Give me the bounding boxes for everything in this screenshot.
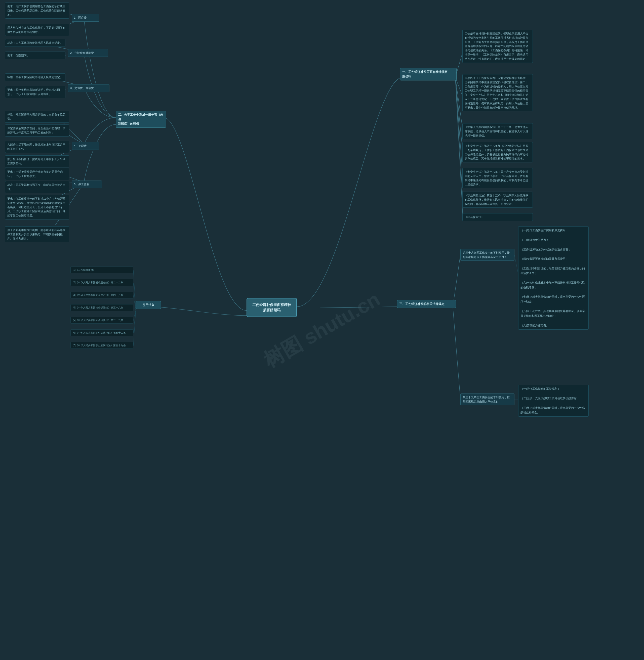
node-stopwork-req2: 要求：停工留薪期一般不超过12个月；伤情严重或者情况特殊，经设区的市级劳动能力鉴… (5, 195, 69, 219)
svg-line-15 (455, 77, 463, 97)
branch-right-bottom: 三、工伤经济补偿的相关法律规定 (397, 300, 456, 308)
node-nursing-fee: 4、护理费 (72, 142, 99, 150)
node-ref7: [7]《中华人民共和国职业病防治法》第五十九条 (70, 342, 133, 349)
node-ref2: [2]《中华人民共和国侵权责任法》第二十二条 (70, 279, 133, 286)
node-stopwork-fee: 5、停工留薪 (72, 181, 102, 188)
node-article38: 第三十八条国工伤发生的下列费用，按照国家规定从工伤保险基金中支付： (460, 249, 514, 261)
node-hospital-req: 要求：住院期间。 (5, 51, 65, 59)
node-article39: 第三十九条国工伤发生的下列费用，按照国家规定应由用人单位支付： (460, 394, 514, 405)
node-stopwork-note: 停工留薪期根据医疗机构出的诊断证明和各地的停工留薪期分类目录来确定，详细的应依照… (5, 226, 69, 242)
svg-line-17 (455, 77, 463, 154)
node-ref6: [6]《中华人民共和国职业病防治法》第五十二条 (70, 329, 133, 336)
svg-line-25 (133, 296, 136, 310)
node-transport-req: 要求：医疗机构出具诊断证明，经办机构同意，工伤职工到统筹地区以外就医。 (5, 86, 65, 98)
node-article39-items: （一)治疗工伤期间的工资福利； （二)五级、六级伤残职工按月领取的伤残津贴； （… (518, 385, 589, 417)
svg-line-30 (514, 255, 518, 274)
node-stopwork-req1: 要求：生活护理费需经劳动能力鉴定委员会确认，工伤职工按月享受。 (5, 168, 69, 180)
svg-line-24 (133, 283, 136, 310)
node-stopwork-std: 标准：原工资福利待遇不变，由所在单位按月支付。 (5, 181, 69, 193)
svg-line-21 (453, 255, 460, 307)
node-rt-child6: 《职业病防治法》第五十五条：职业病病人除依法享有工伤保险外，依据有关民事法律，尚… (462, 192, 533, 208)
node-medical-req1: 要求：治疗工伤所需费用符合工伤保险诊疗项目目录、工伤保险药品目录、工伤保险住院服… (5, 2, 69, 19)
svg-line-29 (133, 310, 136, 346)
node-references-label: 引用法条 (136, 301, 161, 309)
node-rt-child4: 《安全生产法》第四十八条和《职业病防治法》第五十九条均规定，工伤职工除依照工伤保… (462, 142, 533, 162)
node-hospital-std: 标准：由各工伤保险统筹地区人民政府规定。 (5, 39, 65, 47)
node-article38-items: （一)治疗工伤的医疗费用和康复费用； （二)住院伙食补助费； （三)到统筹地区以… (518, 226, 589, 330)
branch-right-top: 一、工伤经济补偿里面有精神损害赔偿吗 (400, 68, 457, 80)
svg-line-23 (133, 270, 136, 310)
node-ref4: [4]《中华人民共和国社会保险法》第三十八条 (70, 304, 133, 311)
node-medical-fee: 1、医疗费 (72, 14, 99, 22)
svg-line-22 (453, 307, 460, 399)
node-rt-child2: 虽然既有《工伤保险条例》没有规定精神损害赔偿，但依照相关民事法律的规定仍《侵权责… (462, 74, 533, 111)
node-rt-child7: 《社会保险法》 (462, 213, 533, 221)
svg-line-18 (455, 77, 463, 179)
node-nursing-std2: 评定劳残后需要护理的，完全生活不能自理，按统筹地上年度职工月平均工资的50%； (5, 124, 69, 137)
node-ref5: [5]《中华人民共和国社会保险法》第三十九条 (70, 317, 133, 324)
center-node: 工伤经济补偿里面有精神 损害赔偿吗 (247, 298, 297, 317)
node-ref3: [3]《中华人民共和国安全生产法》第四十八条 (70, 292, 133, 299)
svg-line-26 (133, 308, 136, 310)
svg-line-19 (455, 77, 463, 201)
node-nursing-std3: 大部分生活不能自理，按统筹地上年度职工月平均工资的40%； (5, 141, 69, 153)
node-nursing-std1: 标准：停工留薪期内需要护理的，由所在单位负责。 (5, 111, 69, 123)
node-rt-child3: 《中华人民共和国侵权法》第二十二条：使遭受他人身权益，造成他人严重精神损害的，被… (462, 123, 533, 139)
mindmap-container: 工伤经济补偿里面有精神 损害赔偿吗 二、关于工伤中造成一般伤害（未达到残疾）的赔… (0, 0, 644, 660)
svg-line-20 (455, 77, 463, 218)
node-rt-child1: 工伤是不支持精神损害赔偿的。但职业病病用人单位有过错的安全事故引起的工伤可以另外… (462, 30, 533, 63)
node-nursing-std4: 部分生活不能自理，按统筹地上年度职工月平均工资的30%。 (5, 156, 69, 167)
node-rt-child5: 《安全生产法》第四十八条：因生产安全事故受到损害的从业人员，除依法享有工伤社会保… (462, 168, 533, 188)
branch-left-top: 二、关于工伤中造成一般伤害（未达到残疾）的赔偿 (116, 111, 166, 128)
svg-line-16 (455, 77, 463, 131)
node-transport-fee: 3、交通费、食宿费 (68, 84, 110, 92)
node-transport-std: 标准：由各工伤保险统筹地区人民政府规定。 (5, 73, 65, 81)
node-ref1: [1]《工伤保险条例》 (70, 266, 133, 273)
svg-line-28 (133, 310, 136, 333)
node-medical-req2: 用人单位没有参加工伤保险的，不是必须到签有服务协议的医疗机构治疗。 (5, 24, 69, 36)
node-hospital-fee: 2、住院伙食补助费 (68, 49, 108, 57)
svg-line-27 (133, 310, 136, 321)
